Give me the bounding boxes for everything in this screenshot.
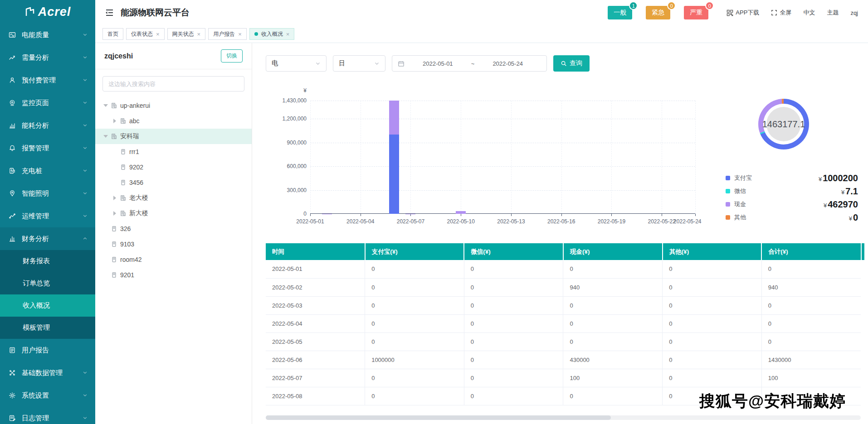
table-cell: 2022-05-04 — [266, 314, 365, 332]
sidebar-item-基础数据管理[interactable]: 基础数据管理 — [0, 361, 95, 384]
alarm-icon — [8, 145, 16, 152]
alert-badge-紧急[interactable]: 紧急0 — [646, 6, 670, 19]
x-tick-label: 2022-05-22 — [648, 218, 675, 225]
tree-node-abc[interactable]: abc — [95, 113, 252, 129]
fullscreen-link[interactable]: 全屏 — [771, 9, 791, 17]
alert-badge-一般[interactable]: 一般1 — [608, 6, 632, 19]
tree-node-新大楼[interactable]: 新大楼 — [95, 206, 252, 221]
tab-仪表状态[interactable]: 仪表状态× — [126, 28, 165, 40]
horizontal-scrollbar[interactable] — [266, 415, 861, 420]
sidebar-item-运维管理[interactable]: 运维管理 — [0, 205, 95, 227]
sidebar-item-预付费管理[interactable]: 预付费管理 — [0, 69, 95, 92]
tree-node-label: 9103 — [120, 241, 134, 248]
close-icon[interactable]: × — [286, 31, 290, 37]
language-switch[interactable]: 中文 — [803, 9, 815, 17]
v-gridline — [361, 101, 361, 214]
x-tick-mark — [361, 214, 361, 216]
sidebar-item-需量分析[interactable]: 需量分析 — [0, 46, 95, 69]
sidebar-item-系统设置[interactable]: 系统设置 — [0, 384, 95, 407]
tree-node-9202[interactable]: 9202 — [95, 159, 252, 175]
x-axis-line — [310, 213, 695, 214]
sidebar-item-label: 充电桩 — [22, 167, 42, 175]
chevron-expanded-icon[interactable] — [102, 135, 110, 138]
app-download-link[interactable]: APP下载 — [727, 9, 759, 17]
table-cell: 0 — [464, 351, 563, 369]
sidebar-subitem-收入概况[interactable]: 收入概况 — [0, 294, 95, 317]
tree-node-rrr1[interactable]: rrr1 — [95, 144, 252, 159]
org-icon — [120, 117, 127, 125]
x-tick-label: 2022-05-10 — [447, 218, 475, 225]
org-icon — [120, 210, 127, 217]
sidebar-item-用户报告[interactable]: 用户报告 — [0, 339, 95, 361]
close-icon[interactable]: × — [238, 31, 242, 37]
tree-node-9103[interactable]: 9103 — [95, 236, 252, 252]
close-icon[interactable]: × — [156, 31, 160, 37]
tab-label: 收入概况 — [261, 30, 283, 38]
tab-网关状态[interactable]: 网关状态× — [167, 28, 206, 40]
close-icon[interactable]: × — [197, 31, 201, 37]
x-tick-label: 2022-05-24 — [673, 218, 701, 225]
theme-switch[interactable]: 主题 — [827, 9, 839, 17]
payment-legend: 支付宝¥1000200微信¥7.1现金¥462970其他¥0 — [726, 173, 858, 222]
x-tick-mark — [410, 214, 411, 216]
sidebar-subitem-订单总览[interactable]: 订单总览 — [0, 272, 95, 294]
tree-search-input[interactable] — [102, 76, 244, 92]
chevron-down-icon — [82, 190, 88, 198]
sidebar-item-报警管理[interactable]: 报警管理 — [0, 137, 95, 159]
tree-node-老大楼[interactable]: 老大楼 — [95, 190, 252, 206]
sidebar-subitem-财务报表[interactable]: 财务报表 — [0, 250, 95, 272]
table-cell: 2022-05-06 — [266, 351, 365, 369]
tree-node-label: 新大楼 — [129, 209, 148, 217]
chevron-collapsed-icon[interactable] — [111, 196, 119, 200]
v-gridline — [511, 101, 512, 214]
sidebar-menu: 电能质量需量分析预付费管理监控页面能耗分析报警管理充电桩智能照明运维管理财务分析… — [0, 24, 95, 424]
filter-bar: 电 日 2022-05-01 ~ 20 — [266, 55, 590, 72]
income-table: 时间支付宝(¥)微信(¥)现金(¥)其他(¥)合计(¥) 2022-05-010… — [266, 243, 861, 405]
switch-org-button[interactable]: 切换 — [221, 49, 243, 63]
table-cell: 0 — [663, 332, 762, 351]
tab-用户报告[interactable]: 用户报告× — [208, 28, 247, 40]
watermark: 搜狐号@安科瑞戴婷 — [699, 390, 846, 412]
sidebar-item-监控页面[interactable]: 监控页面 — [0, 92, 95, 114]
table-cell: 1000000 — [365, 351, 464, 369]
menu-fold-icon[interactable] — [104, 8, 114, 18]
date-range-picker[interactable]: 2022-05-01 ~ 2022-05-24 — [392, 55, 547, 72]
x-tick-label: 2022-05-04 — [346, 218, 374, 225]
tab-label: 仪表状态 — [131, 30, 153, 38]
tree-node-3456[interactable]: 3456 — [95, 175, 252, 190]
table-cell: 0 — [464, 387, 563, 405]
tree-node-安科瑞[interactable]: 安科瑞 — [95, 129, 252, 144]
alert-badge-严重[interactable]: 严重0 — [684, 6, 708, 19]
h-gridline — [310, 143, 695, 143]
table-cell: 0 — [464, 278, 563, 296]
sidebar-item-财务分析[interactable]: 财务分析 — [0, 227, 95, 250]
table-cell: 0 — [663, 314, 762, 332]
table-cell: 0 — [663, 351, 762, 369]
tree-node-room42[interactable]: room42 — [95, 252, 252, 267]
sidebar-item-充电桩[interactable]: 充电桩 — [0, 159, 95, 182]
legend-amount: 1000200 — [823, 173, 858, 183]
tree-node-label: 老大楼 — [129, 194, 148, 202]
theme-label: 主题 — [827, 9, 839, 17]
legend-color-dot — [726, 215, 730, 220]
chevron-collapsed-icon[interactable] — [111, 119, 119, 123]
sidebar-item-label: 日志管理 — [22, 414, 49, 423]
sidebar-item-电能质量[interactable]: 电能质量 — [0, 24, 95, 46]
query-button[interactable]: 查询 — [553, 55, 590, 72]
tree-node-326[interactable]: 326 — [95, 221, 252, 236]
tab-收入概况[interactable]: 收入概况× — [249, 28, 295, 40]
sidebar-item-日志管理[interactable]: 日志管理 — [0, 407, 95, 424]
energy-type-select[interactable]: 电 — [266, 55, 327, 72]
user-menu[interactable]: zqj — [850, 10, 858, 16]
tree-node-9201[interactable]: 9201 — [95, 267, 252, 283]
sidebar-item-智能照明[interactable]: 智能照明 — [0, 182, 95, 205]
chevron-collapsed-icon[interactable] — [111, 211, 119, 216]
tree-node-up-ankerui[interactable]: up-ankerui — [95, 98, 252, 113]
sidebar-subitem-模板管理[interactable]: 模板管理 — [0, 317, 95, 339]
chevron-expanded-icon[interactable] — [102, 104, 110, 107]
y-axis-unit: ¥ — [252, 87, 307, 94]
sidebar-item-能耗分析[interactable]: 能耗分析 — [0, 114, 95, 137]
period-select[interactable]: 日 — [333, 55, 385, 72]
scrollbar-thumb[interactable] — [266, 415, 611, 420]
tab-首页[interactable]: 首页 — [102, 28, 123, 40]
